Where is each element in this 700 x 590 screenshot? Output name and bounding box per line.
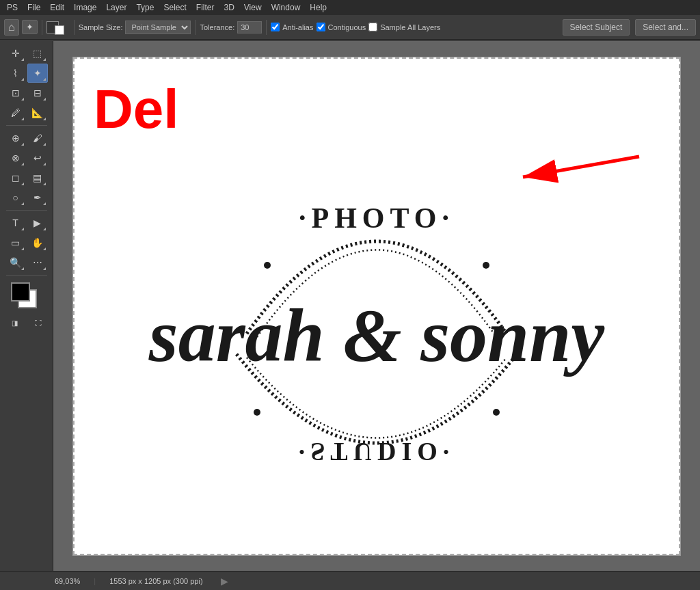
eyedropper-tool-btn[interactable]: ✦ xyxy=(22,20,38,34)
select-subject-button[interactable]: Select Subject xyxy=(563,19,630,36)
healing-brush-tool[interactable]: ⊕ xyxy=(5,129,26,148)
tolerance-input[interactable] xyxy=(237,21,262,33)
del-annotation: Del xyxy=(94,78,179,141)
tool-row-11: 🔍 ⋯ xyxy=(5,253,48,272)
zoom-tool[interactable]: 🔍 xyxy=(5,253,26,272)
filter-menu[interactable]: Filter xyxy=(192,1,219,14)
toolbar-separator-3 xyxy=(195,20,196,35)
svg-text:sarah & sonny: sarah & sonny xyxy=(148,294,606,377)
canvas-wrapper: Del xyxy=(66,50,688,563)
tool-separator-1 xyxy=(6,125,47,126)
screen-mode-btn[interactable]: ⛶ xyxy=(28,313,49,332)
fg-bg-small xyxy=(46,21,70,33)
path-selection-tool[interactable]: ▶ xyxy=(27,213,48,232)
tool-row-6: ⊗ ↩ xyxy=(5,148,48,167)
sample-all-layers-group: Sample All Layers xyxy=(368,23,440,31)
extra-tool[interactable]: ⋯ xyxy=(27,253,48,272)
shape-tool[interactable]: ▭ xyxy=(5,233,26,252)
toolbar-separator-2 xyxy=(74,20,75,35)
tool-row-3: ⊡ ⊟ xyxy=(5,83,48,103)
tool-row-4: 🖉 📐 xyxy=(5,103,48,122)
contiguous-label: Contiguous xyxy=(328,23,366,31)
view-menu[interactable]: View xyxy=(240,1,266,14)
pen-tool[interactable]: ✒ xyxy=(27,188,48,207)
tool-row-8: ○ ✒ xyxy=(5,188,48,207)
3d-menu[interactable]: 3D xyxy=(219,1,238,14)
status-arrow[interactable]: ▶ xyxy=(221,576,228,587)
svg-text:·STUDIO·: ·STUDIO· xyxy=(299,438,455,466)
magic-wand-tool[interactable]: ✦ xyxy=(27,64,48,83)
type-tool[interactable]: T xyxy=(5,213,26,232)
tool-separator-3 xyxy=(6,275,47,276)
image-menu[interactable]: Image xyxy=(70,1,100,14)
canvas-content: Del xyxy=(73,57,680,555)
gradient-tool[interactable]: ▤ xyxy=(27,168,48,187)
tool-row-1: ✛ ⬚ xyxy=(5,44,48,63)
svg-point-8 xyxy=(493,409,500,416)
anti-alias-checkbox[interactable] xyxy=(271,23,280,31)
type-menu[interactable]: Type xyxy=(132,1,158,14)
color-boxes xyxy=(11,282,42,310)
sample-size-select[interactable]: Point Sample xyxy=(125,21,191,34)
tool-row-7: ◻ ▤ xyxy=(5,168,48,187)
edit-mode-btn[interactable]: ◨ xyxy=(5,313,25,332)
quick-mask-row: ◨ ⛶ xyxy=(5,313,49,332)
left-toolbar: ✛ ⬚ ⌇ ✦ ⊡ ⊟ 🖉 📐 ⊕ 🖌 ⊗ ↩ ◻ ▤ ○ ✒ T ▶ ▭ ✋ … xyxy=(0,41,53,571)
tool-separator-2 xyxy=(6,210,47,211)
brush-tool[interactable]: 🖌 xyxy=(27,129,48,148)
document-canvas[interactable]: Del xyxy=(72,57,681,556)
lasso-tool[interactable]: ⌇ xyxy=(5,64,26,83)
tolerance-label: Tolerance: xyxy=(200,23,234,31)
red-arrow-annotation xyxy=(516,150,653,193)
file-menu[interactable]: File xyxy=(23,1,44,14)
foreground-color-box[interactable] xyxy=(11,282,30,301)
select-and-button[interactable]: Select and... xyxy=(635,19,696,36)
menubar: PS File Edit Image Layer Type Select Fil… xyxy=(0,0,700,15)
anti-alias-group: Anti-alias xyxy=(271,23,313,31)
bg-color-small[interactable] xyxy=(55,25,64,35)
toolbar-separator-4 xyxy=(266,20,267,35)
history-brush-tool[interactable]: ↩ xyxy=(27,148,48,167)
sample-all-layers-checkbox[interactable] xyxy=(368,23,377,31)
stamp-tool[interactable]: ⊗ xyxy=(5,148,26,167)
home-button[interactable]: ⌂ xyxy=(4,19,19,36)
dodge-tool[interactable]: ○ xyxy=(5,188,26,207)
layer-menu[interactable]: Layer xyxy=(102,1,131,14)
svg-line-1 xyxy=(523,157,639,177)
sample-size-label: Sample Size: xyxy=(79,23,123,31)
marquee-tool[interactable]: ⬚ xyxy=(27,44,48,63)
toolbar-separator-1 xyxy=(42,20,42,35)
contiguous-group: Contiguous xyxy=(317,23,366,31)
window-menu[interactable]: Window xyxy=(267,1,305,14)
canvas-area: Del xyxy=(53,41,700,571)
select-menu[interactable]: Select xyxy=(159,1,190,14)
sample-all-layers-label: Sample All Layers xyxy=(380,23,440,31)
edit-menu[interactable]: Edit xyxy=(46,1,68,14)
status-bar: 69,03% | 1553 px x 1205 px (300 ppi) ▶ xyxy=(0,571,700,590)
contiguous-checkbox[interactable] xyxy=(317,23,325,31)
svg-text:·PHOTO·: ·PHOTO· xyxy=(299,202,455,234)
help-menu[interactable]: Help xyxy=(306,1,331,14)
svg-point-3 xyxy=(483,262,489,269)
tool-row-2: ⌇ ✦ xyxy=(5,64,48,83)
options-toolbar: ⌂ ✦ Sample Size: Point Sample Tolerance:… xyxy=(0,15,700,40)
tool-row-10: ▭ ✋ xyxy=(5,233,48,252)
zoom-level: 69,03% xyxy=(55,577,80,585)
document-dimensions: 1553 px x 1205 px (300 ppi) xyxy=(109,577,202,585)
move-tool[interactable]: ✛ xyxy=(5,44,26,63)
status-separator: | xyxy=(94,577,96,585)
svg-point-2 xyxy=(264,262,271,269)
ps-menu[interactable]: PS xyxy=(3,1,22,14)
tool-row-5: ⊕ 🖌 xyxy=(5,129,48,148)
eyedropper-tool[interactable]: 🖉 xyxy=(5,103,26,122)
crop-tool[interactable]: ⊡ xyxy=(5,83,26,103)
hand-tool[interactable]: ✋ xyxy=(27,233,48,252)
eraser-tool[interactable]: ◻ xyxy=(5,168,26,187)
anti-alias-label: Anti-alias xyxy=(282,23,313,31)
svg-point-7 xyxy=(254,409,260,416)
tool-row-9: T ▶ xyxy=(5,213,48,232)
measure-tool[interactable]: 📐 xyxy=(27,103,48,122)
slice-tool[interactable]: ⊟ xyxy=(27,83,48,103)
